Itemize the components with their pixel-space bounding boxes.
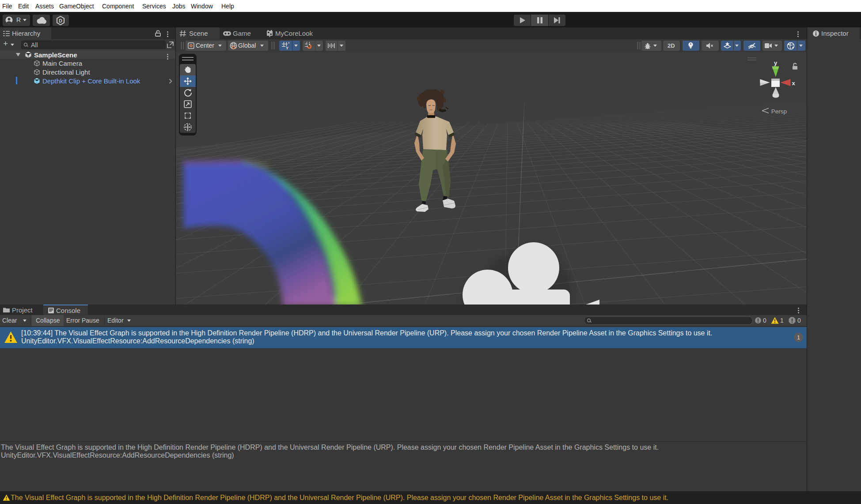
svg-text:Persp: Persp bbox=[771, 108, 787, 115]
svg-text:D: D bbox=[59, 18, 62, 23]
svg-text:y: y bbox=[774, 60, 778, 66]
svg-text:x: x bbox=[792, 80, 796, 87]
svg-text:Y: Y bbox=[286, 46, 288, 50]
